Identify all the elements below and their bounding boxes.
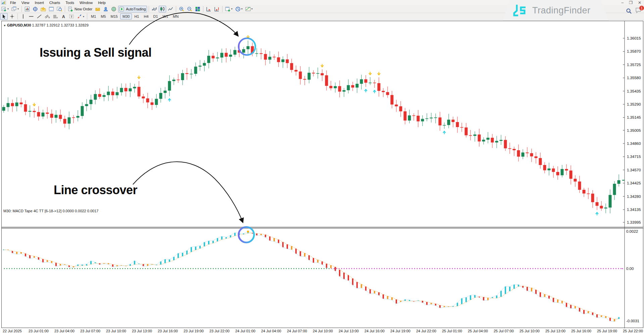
equidistant-channel-button[interactable]: E (44, 13, 51, 20)
menu-tools[interactable]: Tools (63, 0, 77, 5)
data-window-button[interactable] (32, 6, 39, 12)
time-axis-label: 24 Jul 16:00 (364, 329, 385, 333)
chat-icon[interactable]: 1 (635, 7, 642, 15)
tradingfinder-logo-icon (512, 3, 530, 18)
brand-name: TradingFinder (532, 5, 591, 16)
chart-workspace[interactable]: ▼ GBPUSD,M30 1.32787 1.32912 1.32733 1.3… (1, 21, 643, 328)
chevron-down-icon: ▾ (7, 7, 9, 10)
text-button[interactable]: A (60, 13, 67, 20)
time-axis-label: 23 Jul 13:00 (132, 329, 152, 333)
sell-arrow-icon (33, 103, 36, 106)
chevron-down-icon: ▾ (83, 15, 84, 18)
timeframe-w1[interactable]: W1 (160, 13, 171, 19)
price-chart-plot[interactable]: 1.360151.358701.357251.355801.354351.352… (2, 21, 644, 328)
time-axis-label: 24 Jul 07:00 (287, 329, 307, 333)
svg-text:1.35580: 1.35580 (627, 76, 641, 80)
svg-text:1.35145: 1.35145 (627, 115, 641, 119)
timeframe-m5[interactable]: M5 (98, 13, 108, 19)
tile-windows-button[interactable] (194, 6, 201, 12)
new-order-button[interactable]: New Order (67, 6, 93, 12)
svg-text:1.34425: 1.34425 (627, 181, 641, 185)
panel-separator[interactable] (2, 227, 644, 228)
cursor-button[interactable] (0, 13, 8, 20)
fibonacci-button[interactable]: F (52, 13, 59, 20)
vertical-line-button[interactable] (19, 13, 27, 20)
chart-shift-button[interactable] (213, 6, 220, 12)
templates-dropdown-button[interactable]: ▾ (224, 6, 234, 12)
terminal-button[interactable] (48, 6, 55, 12)
search-icon[interactable] (626, 8, 632, 14)
menu-window[interactable]: Window (77, 0, 95, 5)
time-axis-label: 25 Jul 04:00 (468, 329, 488, 333)
web-button[interactable] (110, 6, 117, 12)
autotrading-button[interactable]: AutoTrading (118, 6, 147, 12)
time-axis[interactable]: 22 Jul 202523 Jul 01:0023 Jul 04:0023 Ju… (1, 328, 643, 334)
community-button[interactable] (102, 6, 109, 12)
price-axis[interactable]: 1.360151.358701.357251.355801.354351.352… (622, 21, 641, 328)
chevron-down-icon: ▾ (17, 7, 19, 10)
chevron-down-icon: ▾ (231, 7, 233, 10)
svg-text:1.35435: 1.35435 (627, 89, 641, 93)
time-axis-label: 23 Jul 22:00 (209, 329, 230, 333)
time-axis-label: 23 Jul 16:00 (158, 329, 178, 333)
symbol-name: GBPUSD,M30 (7, 23, 31, 27)
menu-help[interactable]: Help (95, 0, 108, 5)
time-axis-label: 25 Jul 22:00 (623, 329, 643, 333)
time-axis-label: 24 Jul 01:00 (235, 329, 255, 333)
strategy-tester-button[interactable] (56, 6, 63, 12)
time-axis-label: 25 Jul 16:00 (571, 329, 591, 333)
timeframe-d1[interactable]: D1 (151, 13, 160, 19)
candlestick-chart-type-button[interactable] (159, 6, 166, 12)
macd-signal-line (4, 233, 619, 319)
bar-chart-type-button[interactable] (151, 6, 158, 12)
sell-arrow-icon (138, 76, 140, 79)
zoom-out-button[interactable] (186, 6, 193, 12)
time-axis-label: 25 Jul 01:00 (442, 329, 462, 333)
horizontal-line-button[interactable] (28, 13, 35, 20)
zoom-in-button[interactable] (178, 6, 185, 12)
sell-signal-callout: Issuing a Sell signal (40, 46, 152, 60)
timeframe-h1[interactable]: H1 (132, 13, 141, 19)
menu-charts[interactable]: Charts (47, 0, 63, 5)
profiles-button[interactable]: ▾ (10, 6, 20, 12)
auto-scroll-button[interactable] (205, 6, 212, 12)
line-chart-type-button[interactable] (167, 6, 174, 12)
buy-arrow-icon (596, 212, 598, 215)
macd-tape (4, 230, 622, 322)
time-axis-label: 25 Jul 07:00 (494, 329, 514, 333)
alerts-button[interactable] (94, 6, 101, 12)
restore-button[interactable]: ❐ (629, 0, 633, 5)
svg-text:0.00: 0.00 (626, 267, 634, 271)
arrows-dropdown-button[interactable]: ▾ (76, 13, 85, 20)
svg-text:1.35870: 1.35870 (627, 49, 641, 53)
time-axis-label: 25 Jul 19:00 (597, 329, 617, 333)
autotrading-label: AutoTrading (126, 7, 146, 11)
crosshair-button[interactable] (8, 13, 16, 20)
close-button[interactable]: ✕ (638, 0, 641, 5)
timeframe-h4[interactable]: H4 (141, 13, 151, 19)
svg-text:1.36015: 1.36015 (627, 36, 641, 40)
timeframe-m1[interactable]: M1 (89, 13, 98, 19)
menu-insert[interactable]: Insert (32, 0, 47, 5)
time-axis-label: 23 Jul 01:00 (29, 329, 49, 333)
time-axis-label: 23 Jul 10:00 (106, 329, 126, 333)
timeframe-m30[interactable]: M30 (120, 13, 132, 19)
minimize-button[interactable]: – (621, 0, 624, 5)
time-axis-label: 22 Jul 2025 (3, 329, 22, 333)
collapse-triangle-icon[interactable]: ▼ (3, 24, 6, 27)
time-axis-label: 24 Jul 13:00 (339, 329, 359, 333)
text-label-button[interactable]: T (68, 13, 75, 20)
new-chart-button[interactable]: ▾ (0, 6, 10, 12)
trendline-button[interactable] (36, 13, 43, 20)
periods-dropdown-button[interactable]: ▾ (234, 6, 244, 12)
menu-view[interactable]: View (19, 0, 32, 5)
timeframe-m15[interactable]: M15 (108, 13, 120, 19)
crossover-dot (247, 230, 249, 232)
menu-file[interactable]: File (7, 0, 19, 5)
svg-text:1.35005: 1.35005 (627, 128, 641, 132)
navigator-button[interactable] (40, 6, 47, 12)
indicators-dropdown-button[interactable]: ▾ (244, 6, 254, 12)
market-watch-button[interactable] (23, 6, 31, 12)
timeframe-mn[interactable]: MN (170, 13, 181, 19)
buy-arrow-icon (168, 99, 171, 102)
